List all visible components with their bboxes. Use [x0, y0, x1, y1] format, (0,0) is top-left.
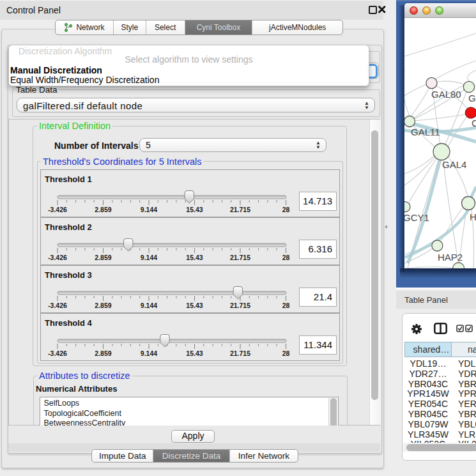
svg-text:-3.426: -3.426 [48, 302, 67, 309]
svg-text:9.144: 9.144 [141, 349, 157, 357]
svg-text:21.715: 21.715 [230, 349, 250, 357]
svg-text:CY: CY [472, 118, 476, 128]
svg-text:GA: GA [468, 93, 476, 104]
svg-text:GAL11: GAL11 [411, 127, 440, 137]
svg-text:15.43: 15.43 [186, 254, 203, 261]
svg-text:9.144: 9.144 [141, 302, 157, 309]
svg-text:21.715: 21.715 [230, 254, 250, 261]
svg-text:15.43: 15.43 [186, 349, 203, 357]
svg-text:GCY1: GCY1 [404, 212, 429, 223]
svg-text:9.144: 9.144 [141, 254, 157, 261]
svg-text:15.43: 15.43 [186, 302, 203, 309]
svg-text:GAL80: GAL80 [431, 89, 461, 100]
svg-text:2.859: 2.859 [95, 349, 111, 357]
svg-text:28: 28 [282, 302, 290, 309]
svg-text:-3.426: -3.426 [48, 349, 67, 357]
svg-text:GAL4: GAL4 [442, 159, 466, 170]
svg-text:HAP2: HAP2 [438, 252, 463, 263]
svg-text:21.715: 21.715 [230, 206, 250, 213]
svg-text:2.859: 2.859 [95, 302, 111, 309]
svg-text:9.144: 9.144 [141, 206, 157, 213]
svg-text:-3.426: -3.426 [48, 206, 67, 213]
svg-text:28: 28 [282, 206, 290, 213]
svg-text:2.859: 2.859 [95, 254, 111, 261]
svg-text:15.43: 15.43 [186, 206, 203, 213]
svg-text:21.715: 21.715 [230, 302, 250, 309]
svg-text:28: 28 [282, 349, 290, 357]
svg-text:-3.426: -3.426 [48, 254, 67, 261]
svg-text:2.859: 2.859 [95, 206, 111, 213]
svg-text:HI: HI [470, 211, 476, 222]
svg-text:28: 28 [282, 254, 290, 261]
